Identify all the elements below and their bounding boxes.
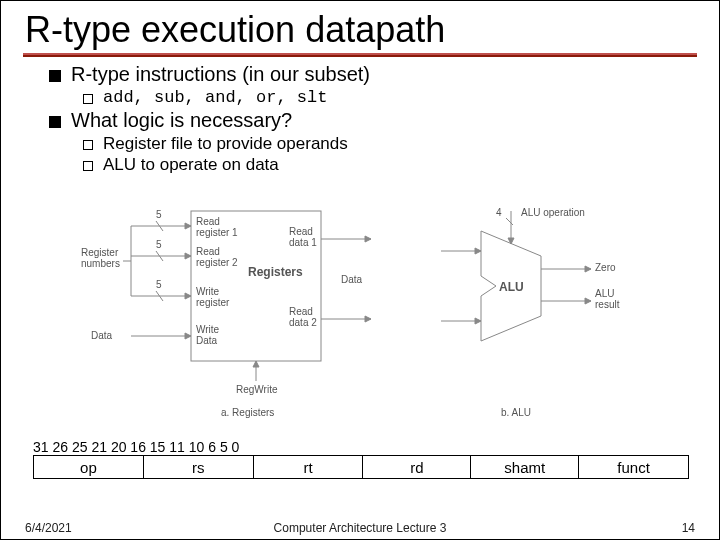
- port-writeregb: register: [196, 297, 230, 308]
- port-readreg1: Read: [196, 216, 220, 227]
- port-readdata2: Read: [289, 306, 313, 317]
- svg-marker-27: [585, 298, 591, 304]
- bullet-l2: ALU to operate on data: [103, 155, 279, 175]
- subbullet-icon: [83, 161, 93, 171]
- bullet-icon: [49, 116, 61, 128]
- label-alu: ALU: [499, 280, 524, 294]
- caption-alu: b. ALU: [501, 407, 531, 418]
- bullet-l1: What logic is necessary?: [71, 109, 292, 132]
- bullet-l1: R-type instructions (in our subset): [71, 63, 370, 86]
- field-funct: funct: [579, 456, 688, 478]
- label-aluresult: ALU: [595, 288, 614, 299]
- bitnum: 31: [33, 439, 49, 455]
- port-writereg: Write: [196, 286, 220, 297]
- label-data-out: Data: [341, 274, 363, 285]
- bullet-icon: [49, 70, 61, 82]
- svg-marker-15: [365, 236, 371, 242]
- port-readdata2b: data 2: [289, 317, 317, 328]
- bitnum: 11: [169, 439, 185, 455]
- svg-marker-25: [585, 266, 591, 272]
- port-readreg2b: register 2: [196, 257, 238, 268]
- bus-width-5: 5: [156, 209, 162, 220]
- field-rd: rd: [363, 456, 471, 478]
- svg-marker-17: [365, 316, 371, 322]
- svg-marker-19: [253, 361, 259, 367]
- svg-marker-8: [185, 333, 191, 339]
- svg-marker-6: [185, 293, 191, 299]
- label-numbers: numbers: [81, 258, 120, 269]
- slide-footer: 6/4/2021 Computer Architecture Lecture 3…: [1, 521, 719, 535]
- svg-marker-4: [185, 253, 191, 259]
- bitnum: 21: [91, 439, 107, 455]
- bullet-list: R-type instructions (in our subset) add,…: [1, 57, 719, 175]
- port-writedatab: Data: [196, 335, 218, 346]
- label-regwrite: RegWrite: [236, 384, 278, 395]
- bullet-l2: Register file to provide operands: [103, 134, 348, 154]
- label-data: Data: [91, 330, 113, 341]
- bitnum: 20: [111, 439, 127, 455]
- field-rs: rs: [144, 456, 254, 478]
- bitnum: 16: [130, 439, 146, 455]
- field-shamt: shamt: [471, 456, 579, 478]
- slide-title: R-type execution datapath: [1, 1, 719, 53]
- port-readdata1b: data 1: [289, 237, 317, 248]
- caption-registers: a. Registers: [221, 407, 274, 418]
- svg-marker-21: [475, 248, 481, 254]
- svg-marker-2: [185, 223, 191, 229]
- field-op: op: [34, 456, 144, 478]
- bitnum: 25: [72, 439, 88, 455]
- port-readdata1: Read: [289, 226, 313, 237]
- footer-title: Computer Architecture Lecture 3: [1, 521, 719, 535]
- label-alu-op: ALU operation: [521, 207, 585, 218]
- subbullet-icon: [83, 140, 93, 150]
- port-readreg2: Read: [196, 246, 220, 257]
- label-register: Register: [81, 247, 119, 258]
- svg-line-30: [506, 218, 513, 225]
- bitnum: 0: [232, 439, 240, 455]
- bitnum: 26: [52, 439, 68, 455]
- instruction-format: 31 26 25 21 20 16 15 11 10 6 5 0 op rs r…: [33, 439, 689, 479]
- field-rt: rt: [254, 456, 364, 478]
- bitnum: 10: [189, 439, 205, 455]
- label-registers: Registers: [248, 265, 303, 279]
- bitnum: 5: [220, 439, 228, 455]
- datapath-diagram: 5 5 5 Register numbers Data Read registe…: [81, 201, 641, 431]
- bus-width-5: 5: [156, 239, 162, 250]
- bitnum: 15: [150, 439, 166, 455]
- bus-width-5: 5: [156, 279, 162, 290]
- port-readreg1b: register 1: [196, 227, 238, 238]
- port-writedata: Write: [196, 324, 220, 335]
- alu-op-width: 4: [496, 207, 502, 218]
- bullet-l2: add, sub, and, or, slt: [103, 88, 327, 107]
- subbullet-icon: [83, 94, 93, 104]
- svg-marker-23: [475, 318, 481, 324]
- bitnum: 6: [208, 439, 216, 455]
- label-aluresultb: result: [595, 299, 620, 310]
- label-zero: Zero: [595, 262, 616, 273]
